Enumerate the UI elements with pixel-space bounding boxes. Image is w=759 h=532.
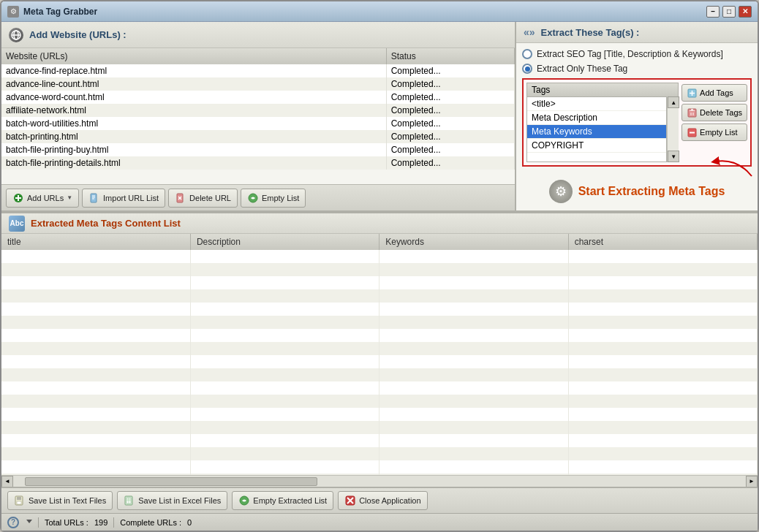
total-urls-value: 199 [94, 518, 107, 527]
table-row [1, 289, 758, 303]
delete-url-button[interactable]: Delete URL [168, 189, 238, 208]
bottom-toolbar: Save List in Text Files Save List in Exc… [1, 487, 758, 513]
url-toolbar: Add URLs ▼ Import URL List Delete URL [1, 184, 515, 210]
import-url-button[interactable]: Import URL List [82, 189, 165, 208]
abc-icon: Abc [9, 216, 25, 232]
table-row [1, 368, 758, 381]
status-divider-1 [38, 517, 39, 528]
bottom-title: Extracted Meta Tags Content List [31, 218, 181, 229]
col-charset: charset [568, 234, 757, 250]
url-cell: advance-word-count.html [1, 91, 386, 104]
status-cell: Completed... [386, 117, 514, 130]
status-cell: Completed... [386, 77, 514, 91]
tag-item-description[interactable]: Meta Description [527, 111, 666, 125]
minimize-button[interactable]: – [706, 6, 720, 18]
tags-scrollbar[interactable]: ▲ ▼ [667, 96, 679, 162]
save-text-label: Save List in Text Files [29, 496, 106, 505]
table-row [1, 342, 758, 355]
col-keywords: Keywords [380, 234, 568, 250]
table-row [1, 395, 758, 408]
window-title: Meta Tag Grabber [23, 7, 706, 17]
save-text-button[interactable]: Save List in Text Files [7, 491, 113, 510]
status-cell: Completed... [386, 91, 514, 104]
col-title: title [1, 234, 190, 250]
status-divider-2 [113, 517, 114, 528]
radio-row-1[interactable]: Extract SEO Tag [Title, Description & Ke… [522, 49, 752, 59]
window-controls: – □ ✕ [706, 6, 752, 18]
scrollbar-down[interactable]: ▼ [668, 151, 679, 162]
hscroll-track[interactable] [13, 476, 746, 487]
gear-icon-large: ⚙ [549, 180, 573, 203]
empty-tags-button[interactable]: Empty List [681, 123, 747, 141]
tag-item-keywords[interactable]: Meta Keywords [527, 125, 666, 139]
maximize-button[interactable]: □ [722, 6, 736, 18]
table-row [1, 355, 758, 368]
empty-tags-label: Empty List [700, 128, 737, 137]
tags-list[interactable]: <title> Meta Description Meta Keywords C… [526, 96, 667, 162]
radio-only[interactable] [522, 64, 532, 74]
add-tags-button[interactable]: Add Tags [681, 84, 747, 102]
empty-extracted-button[interactable]: Empty Extracted List [232, 491, 333, 510]
status-cell: Completed... [386, 143, 514, 156]
tag-item-copyright[interactable]: COPYRIGHT [527, 139, 666, 153]
extract-panel: «» Extract These Tag(s) : Extract SEO Ta… [516, 22, 758, 210]
extract-icon: «» [524, 26, 535, 38]
close-app-label: Close Application [359, 496, 420, 505]
hscroll-thumb[interactable] [25, 477, 317, 486]
add-tags-icon [687, 88, 697, 98]
table-row [1, 460, 758, 474]
empty-tags-icon [687, 127, 697, 137]
status-cell: Completed... [386, 130, 514, 143]
window-icon: ⚙ [7, 6, 19, 18]
col-description: Description [190, 234, 379, 250]
bottom-panel: Abc Extracted Meta Tags Content List tit… [1, 212, 758, 487]
url-cell: advance-find-replace.html [1, 64, 386, 77]
total-urls-label: Total URLs : [45, 518, 88, 527]
hscroll-left-btn[interactable]: ◄ [1, 476, 13, 487]
radio-row-2[interactable]: Extract Only These Tag [522, 64, 752, 74]
top-panels: Add Website (URLs) : Website (URLs) Stat… [1, 22, 758, 212]
svg-rect-6 [91, 194, 97, 202]
add-urls-button[interactable]: Add URLs ▼ [6, 189, 79, 208]
status-dropdown[interactable] [26, 520, 32, 525]
url-table-row: advance-find-replace.htmlCompleted... [1, 64, 515, 77]
scrollbar-track [668, 108, 679, 151]
extract-body: Extract SEO Tag [Title, Description & Ke… [516, 43, 758, 213]
save-excel-button[interactable]: Save List in Excel Files [117, 491, 227, 510]
table-row [1, 421, 758, 434]
close-button[interactable]: ✕ [739, 6, 752, 18]
url-panel-header: Add Website (URLs) : [1, 22, 515, 48]
start-button[interactable]: ⚙ Start Extracting Meta Tags [549, 180, 725, 203]
scrollbar-up[interactable]: ▲ [668, 96, 679, 108]
tag-item-title[interactable]: <title> [527, 97, 666, 111]
url-table-wrapper[interactable]: Website (URLs) Status advance-find-repla… [1, 48, 515, 184]
empty-url-icon [247, 192, 259, 204]
arrow-annotation [701, 151, 758, 180]
url-table-row: advance-line-count.htmlCompleted... [1, 77, 515, 91]
close-app-button[interactable]: Close Application [338, 491, 427, 510]
delete-tags-button[interactable]: Delete Tags [681, 104, 747, 121]
url-panel-title: Add Website (URLs) : [29, 29, 126, 40]
empty-url-list-button[interactable]: Empty List [241, 189, 306, 208]
import-icon [88, 192, 100, 204]
table-row [1, 447, 758, 460]
table-row [1, 408, 758, 421]
url-table-row: batch-printing.htmlCompleted... [1, 130, 515, 143]
help-button[interactable]: ? [7, 517, 19, 528]
horizontal-scrollbar[interactable]: ◄ ► [1, 475, 758, 487]
table-row [1, 316, 758, 329]
delete-tags-icon [687, 107, 697, 118]
hscroll-right-btn[interactable]: ► [746, 476, 758, 487]
table-row [1, 303, 758, 316]
url-cell: advance-line-count.html [1, 77, 386, 91]
radio-seo[interactable] [522, 49, 532, 59]
add-urls-icon [12, 192, 24, 204]
url-table-row: batch-word-utilities.htmlCompleted... [1, 117, 515, 130]
add-urls-dropdown-arrow: ▼ [67, 194, 72, 201]
empty-extracted-icon [238, 495, 250, 506]
status-cell: Completed... [386, 104, 514, 117]
table-row [1, 329, 758, 342]
content-table-wrapper[interactable]: title Description Keywords charset [1, 234, 758, 475]
radio-seo-label: Extract SEO Tag [Title, Description & Ke… [537, 49, 723, 59]
main-content: Add Website (URLs) : Website (URLs) Stat… [1, 22, 758, 531]
